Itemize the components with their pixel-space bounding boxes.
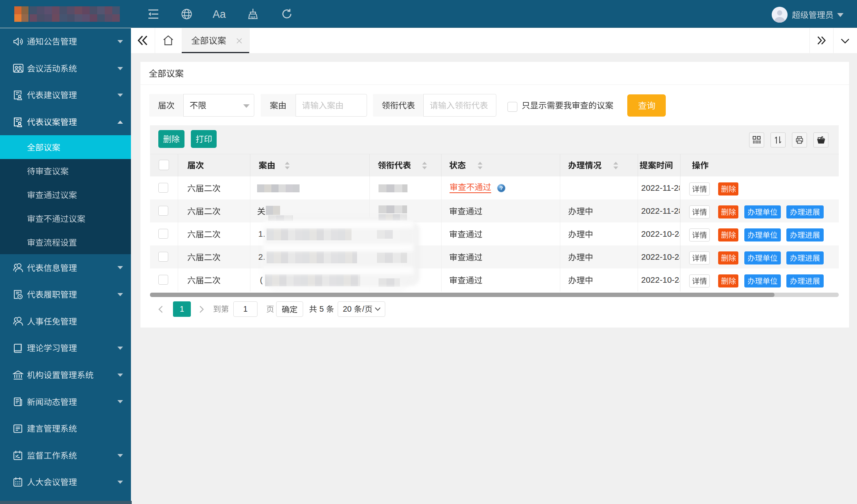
svg-text:?: ? (500, 185, 503, 191)
